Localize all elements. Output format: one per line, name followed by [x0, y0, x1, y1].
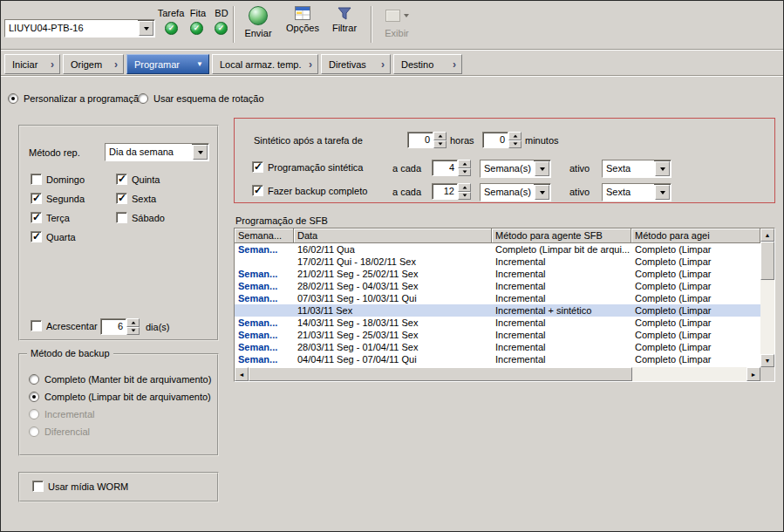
tab-programar[interactable]: Programar ▼: [126, 54, 209, 74]
minutes-spinner[interactable]: 0: [482, 132, 522, 148]
scroll-thumb[interactable]: [760, 242, 774, 280]
day-checkbox-segunda[interactable]: Segunda: [31, 193, 85, 204]
table-row[interactable]: Seman... 16/02/11 Qua Completo (Limpar b…: [235, 243, 760, 256]
table-row[interactable]: Seman... 07/03/11 Seg - 10/03/11 Qui Inc…: [235, 292, 760, 304]
worm-media-checkbox[interactable]: Usar mídia WORM: [32, 481, 128, 492]
day-checkbox-quarta[interactable]: Quarta: [31, 231, 76, 242]
scroll-up-button[interactable]: ▲: [760, 228, 774, 242]
spinner-down-button[interactable]: [433, 140, 447, 149]
scroll-track[interactable]: [632, 367, 747, 381]
combo-dropdown-button[interactable]: [655, 185, 670, 200]
table-row[interactable]: 17/02/11 Qui - 18/02/11 Sex Incremental …: [235, 256, 760, 268]
tab-local-armaz-temp[interactable]: Local armaz. temp. ›: [212, 54, 318, 74]
method-combo[interactable]: Dia da semana: [105, 143, 209, 161]
table-row[interactable]: Seman... 04/04/11 Seg - 07/04/11 Qui Inc…: [235, 353, 760, 365]
cell-date: 14/03/11 Seg - 18/03/11 Sex: [294, 317, 492, 329]
table-header: Semana... Data Método para agente SFB Mé…: [235, 228, 760, 243]
table-row[interactable]: 11/03/11 Sex Incremental + sintético Com…: [235, 304, 760, 317]
filtrar-button[interactable]: Filtrar: [325, 3, 364, 33]
scroll-right-button[interactable]: ►: [747, 367, 760, 381]
chevron-down-icon: [144, 27, 149, 31]
combo-dropdown-button[interactable]: [535, 161, 549, 176]
scroll-track[interactable]: [760, 280, 774, 354]
exibir-button[interactable]: Exibir: [376, 3, 418, 38]
radio-diferencial[interactable]: Diferencial: [29, 426, 90, 437]
combo-dropdown-button[interactable]: [535, 185, 549, 200]
full-backup-day-combo[interactable]: Sexta: [602, 183, 672, 201]
cell-method-agent: Completo (Limpar: [631, 353, 760, 365]
checkbox-box: [32, 481, 44, 492]
vertical-scrollbar[interactable]: ▲ ▼: [760, 228, 774, 367]
radio-completo-limpar[interactable]: Completo (Limpar bit de arquivamento): [29, 392, 211, 402]
spinner-down-button[interactable]: [458, 192, 471, 201]
toolbar-divider: [1, 49, 783, 51]
column-header-semana[interactable]: Semana...: [235, 228, 294, 243]
synthetic-schedule-checkbox[interactable]: Programação sintética: [252, 161, 363, 173]
chevron-up-icon: [462, 162, 467, 165]
synthetic-every-spinner[interactable]: 4: [432, 160, 471, 176]
table-row[interactable]: Seman... 21/03/11 Seg - 25/03/11 Sex Inc…: [235, 329, 760, 341]
day-checkbox-sabado[interactable]: Sábado: [116, 212, 165, 223]
horizontal-scrollbar[interactable]: ◄ ►: [235, 367, 774, 381]
cell-date: 21/03/11 Seg - 25/03/11 Sex: [294, 329, 492, 341]
enviar-button[interactable]: Enviar: [238, 3, 278, 38]
full-backup-unit-combo[interactable]: Semana(s): [480, 183, 551, 201]
spinner-down-button[interactable]: [126, 327, 140, 336]
combo-dropdown-button[interactable]: [655, 161, 670, 176]
custom-schedule-radio[interactable]: Personalizar a programação: [8, 93, 144, 104]
spinner-down-button[interactable]: [508, 140, 522, 149]
day-checkbox-terca[interactable]: Terça: [31, 212, 70, 223]
cell-week: Seman...: [235, 243, 294, 256]
cell-week: Seman...: [235, 317, 294, 329]
job-selector-combo[interactable]: LIUYU04-PTB-16: [4, 19, 155, 38]
chevron-down-icon: ▼: [191, 61, 203, 68]
tabbar-divider: [1, 75, 783, 77]
column-header-metodo-sfb[interactable]: Método para agente SFB: [492, 228, 631, 243]
chevron-down-icon: [660, 191, 665, 194]
hours-spinner[interactable]: 0: [407, 132, 447, 148]
append-days-spinner[interactable]: 6: [100, 318, 140, 335]
checkbox-box: [252, 185, 263, 196]
tab-origem[interactable]: Origem ›: [63, 54, 124, 74]
combo-dropdown-button[interactable]: [139, 21, 153, 36]
synthetic-day-combo[interactable]: Sexta: [602, 160, 672, 178]
column-header-data[interactable]: Data: [294, 228, 492, 243]
combo-dropdown-button[interactable]: [193, 145, 208, 160]
backup-method-groupbox: Método de backup Completo (Manter bit de…: [18, 353, 219, 456]
opcoes-button[interactable]: Opções: [282, 3, 324, 33]
button-label: Exibir: [385, 28, 409, 38]
radio-completo-manter[interactable]: Completo (Manter bit de arquivamento): [29, 374, 211, 385]
column-header-metodo-agente[interactable]: Método para agei: [631, 228, 760, 243]
rotation-schedule-radio[interactable]: Usar esquema de rotação: [138, 93, 264, 104]
table-row[interactable]: Seman... 14/03/11 Seg - 18/03/11 Sex Inc…: [235, 317, 760, 329]
full-backup-checkbox[interactable]: Fazer backup completo: [252, 185, 367, 196]
tab-iniciar[interactable]: Iniciar ›: [4, 54, 60, 74]
checkbox-box: [31, 212, 42, 223]
scroll-left-button[interactable]: ◄: [235, 367, 249, 381]
synthetic-unit-combo[interactable]: Semana(s): [480, 160, 551, 178]
spinner-down-button[interactable]: [458, 168, 471, 177]
tab-diretivas[interactable]: Diretivas ›: [321, 54, 391, 74]
tab-destino[interactable]: Destino ›: [393, 54, 462, 74]
spinner-up-button[interactable]: [458, 160, 471, 168]
scroll-thumb[interactable]: [249, 367, 632, 381]
radio-incremental[interactable]: Incremental: [29, 409, 94, 419]
day-checkbox-domingo[interactable]: Domingo: [31, 174, 85, 185]
spinner-up-button[interactable]: [508, 132, 522, 140]
chevron-down-icon: [513, 143, 517, 146]
append-days-checkbox[interactable]: Acrescentar: [31, 320, 98, 331]
spinner-up-button[interactable]: [126, 318, 140, 327]
day-checkbox-quinta[interactable]: Quinta: [116, 174, 160, 185]
full-backup-every-spinner[interactable]: 12: [432, 183, 471, 200]
checkbox-label: Programação sintética: [268, 162, 363, 173]
table-row[interactable]: Seman... 28/03/11 Seg - 01/04/11 Sex Inc…: [235, 341, 760, 353]
cell-method-agent: Completo (Limpar: [631, 317, 760, 329]
status-ok-icon: ✓: [215, 22, 228, 35]
spinner-up-button[interactable]: [458, 183, 471, 192]
spinner-up-button[interactable]: [433, 132, 447, 140]
table-row[interactable]: Seman... 21/02/11 Seg - 25/02/11 Sex Inc…: [235, 268, 760, 280]
cell-date: 07/03/11 Seg - 10/03/11 Qui: [294, 292, 492, 304]
table-row[interactable]: Seman... 28/02/11 Seg - 04/03/11 Sex Inc…: [235, 280, 760, 292]
scroll-down-button[interactable]: ▼: [760, 354, 774, 367]
day-checkbox-sexta[interactable]: Sexta: [116, 193, 156, 204]
